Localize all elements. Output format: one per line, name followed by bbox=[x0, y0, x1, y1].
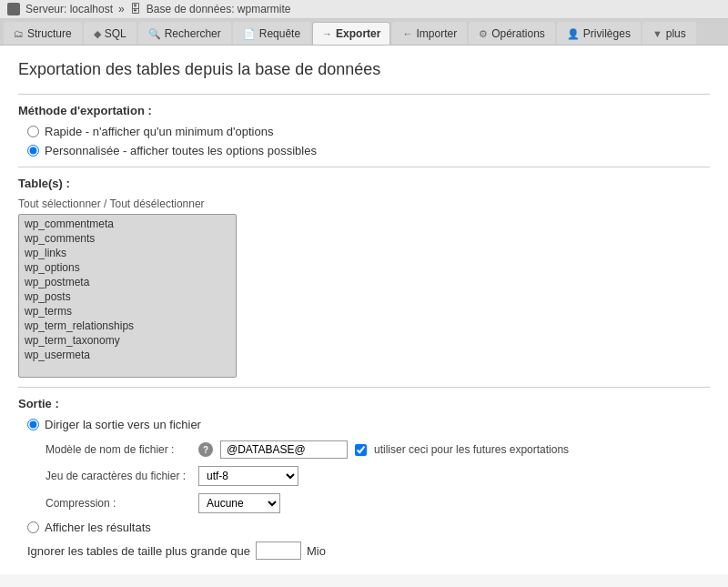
futures-checkbox[interactable] bbox=[355, 444, 367, 456]
search-icon: 🔍 bbox=[148, 28, 161, 40]
tab-plus-label: plus bbox=[666, 27, 686, 40]
database-icon: 🗄 bbox=[130, 3, 141, 15]
breadcrumb-separator: » bbox=[118, 3, 125, 15]
tab-rechercher[interactable]: 🔍 Rechercher bbox=[138, 22, 231, 45]
tab-requete-label: Requête bbox=[259, 27, 300, 40]
plus-icon: ▼ bbox=[652, 28, 662, 39]
compression-row: Compression : Aucune zip gzip bzip2 bbox=[46, 493, 710, 513]
diriger-radio[interactable] bbox=[27, 419, 39, 430]
tables-listbox[interactable]: wp_commentmetawp_commentswp_linkswp_opti… bbox=[18, 214, 237, 378]
main-content: Exportation des tables depuis la base de… bbox=[0, 46, 728, 574]
method-divider bbox=[18, 94, 710, 95]
tab-importer-label: Importer bbox=[416, 27, 457, 40]
output-divider bbox=[18, 387, 710, 388]
method-rapide-radio[interactable] bbox=[27, 126, 39, 137]
nav-tabs: 🗂 Structure ◆ SQL 🔍 Rechercher 📄 Requête… bbox=[0, 19, 728, 46]
operations-icon: ⚙ bbox=[479, 28, 488, 40]
requete-icon: 📄 bbox=[243, 28, 256, 40]
server-icon bbox=[7, 3, 20, 15]
model-help-icon[interactable]: ? bbox=[198, 442, 213, 457]
tables-section: Table(s) : Tout sélectionner / Tout désé… bbox=[18, 177, 710, 378]
model-label: Modèle de nom de fichier : bbox=[46, 443, 191, 456]
jeu-row: Jeu de caractères du fichier : utf-8 lat… bbox=[46, 466, 710, 486]
tab-sql[interactable]: ◆ SQL bbox=[84, 22, 136, 45]
tab-sql-label: SQL bbox=[105, 27, 126, 40]
tables-label: Table(s) : bbox=[18, 177, 710, 190]
afficher-row: Afficher les résultats bbox=[27, 521, 710, 534]
method-personnalisee-option: Personnalisée - afficher toutes les opti… bbox=[27, 144, 710, 157]
method-rapide-label: Rapide - n'afficher qu'un minimum d'opti… bbox=[45, 125, 273, 138]
tab-structure-label: Structure bbox=[27, 27, 72, 40]
ignorer-unit: Mio bbox=[307, 544, 326, 558]
tab-operations-label: Opérations bbox=[491, 27, 545, 40]
database-label: Base de données: wpmarmite bbox=[147, 3, 291, 15]
method-personnalisee-radio[interactable] bbox=[27, 145, 39, 157]
compression-label: Compression : bbox=[46, 497, 191, 510]
title-bar: Serveur: localhost » 🗄 Base de données: … bbox=[0, 0, 728, 19]
tab-exporter[interactable]: → Exporter bbox=[312, 22, 390, 45]
privileges-icon: 👤 bbox=[567, 28, 580, 40]
method-personnalisee-label: Personnalisée - afficher toutes les opti… bbox=[45, 144, 317, 157]
futures-label: utiliser ceci pour les futures exportati… bbox=[374, 443, 569, 456]
jeu-select[interactable]: utf-8 latin1 bbox=[198, 466, 298, 486]
method-label: Méthode d'exportation : bbox=[18, 104, 710, 117]
structure-icon: 🗂 bbox=[14, 28, 24, 39]
select-all-link[interactable]: Tout sélectionner / Tout désélectionner bbox=[18, 197, 710, 210]
tab-operations[interactable]: ⚙ Opérations bbox=[469, 22, 555, 45]
output-options: Modèle de nom de fichier : ? utiliser ce… bbox=[46, 440, 710, 513]
page-title: Exportation des tables depuis la base de… bbox=[18, 60, 710, 79]
ignorer-label: Ignorer les tables de taille plus grande… bbox=[27, 544, 250, 558]
model-row: Modèle de nom de fichier : ? utiliser ce… bbox=[46, 440, 710, 459]
tab-exporter-label: Exporter bbox=[336, 27, 380, 40]
server-label: Serveur: localhost bbox=[25, 3, 113, 15]
afficher-label: Afficher les résultats bbox=[45, 521, 151, 534]
ignorer-input[interactable] bbox=[256, 541, 301, 560]
tab-privileges[interactable]: 👤 Privilèges bbox=[557, 22, 641, 45]
exporter-icon: → bbox=[322, 28, 332, 39]
tab-plus[interactable]: ▼ plus bbox=[642, 22, 696, 45]
output-section: Sortie : Diriger la sortie vers un fichi… bbox=[18, 397, 710, 560]
importer-icon: ← bbox=[402, 28, 412, 39]
afficher-radio[interactable] bbox=[27, 521, 39, 533]
diriger-label: Diriger la sortie vers un fichier bbox=[45, 418, 201, 431]
compression-select[interactable]: Aucune zip gzip bzip2 bbox=[198, 493, 280, 513]
tab-requete[interactable]: 📄 Requête bbox=[233, 22, 310, 45]
ignorer-row: Ignorer les tables de taille plus grande… bbox=[27, 541, 710, 560]
diriger-row: Diriger la sortie vers un fichier bbox=[27, 418, 710, 431]
sql-icon: ◆ bbox=[94, 28, 101, 40]
tab-privileges-label: Privilèges bbox=[583, 27, 631, 40]
tables-divider bbox=[18, 167, 710, 167]
tab-importer[interactable]: ← Importer bbox=[392, 22, 467, 45]
output-label: Sortie : bbox=[18, 397, 710, 410]
tab-rechercher-label: Rechercher bbox=[165, 27, 221, 40]
tab-structure[interactable]: 🗂 Structure bbox=[4, 22, 82, 45]
jeu-label: Jeu de caractères du fichier : bbox=[46, 470, 191, 482]
method-section: Méthode d'exportation : Rapide - n'affic… bbox=[18, 104, 710, 157]
method-rapide-option: Rapide - n'afficher qu'un minimum d'opti… bbox=[27, 125, 710, 138]
model-input[interactable] bbox=[220, 440, 348, 459]
